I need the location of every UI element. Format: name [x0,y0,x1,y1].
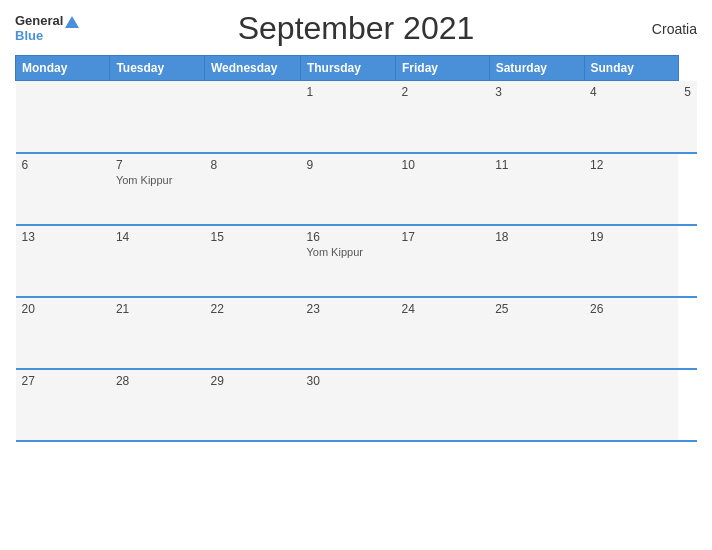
calendar-cell: 26 [584,297,678,369]
header-monday: Monday [16,56,110,81]
day-number: 19 [590,230,672,244]
day-number: 20 [22,302,104,316]
header-thursday: Thursday [300,56,395,81]
day-number: 11 [495,158,578,172]
calendar-cell: 28 [110,369,205,441]
calendar-cell: 19 [584,225,678,297]
calendar-cell: 22 [204,297,300,369]
calendar-cell: 18 [489,225,584,297]
day-number: 15 [210,230,294,244]
calendar-cell: 7Yom Kippur [110,153,205,225]
logo-general-text: General [15,14,79,28]
day-number: 27 [22,374,104,388]
calendar-cell: 1 [300,81,395,153]
calendar-week-row: 67Yom Kippur89101112 [16,153,698,225]
calendar-cell [584,369,678,441]
calendar-cell: 2 [396,81,490,153]
calendar-cell: 20 [16,297,110,369]
logo-triangle-icon [65,16,79,28]
calendar-week-row: 12345 [16,81,698,153]
calendar-cell: 9 [300,153,395,225]
calendar-header: General Blue September 2021 Croatia [15,10,697,47]
calendar-body: 1234567Yom Kippur8910111213141516Yom Kip… [16,81,698,441]
calendar-cell: 8 [204,153,300,225]
day-number: 25 [495,302,578,316]
event-label: Yom Kippur [116,174,199,186]
header-tuesday: Tuesday [110,56,205,81]
calendar-grid: Monday Tuesday Wednesday Thursday Friday… [15,55,697,442]
day-number: 22 [210,302,294,316]
day-number: 30 [306,374,389,388]
calendar-header-row: Monday Tuesday Wednesday Thursday Friday… [16,56,698,81]
day-number: 18 [495,230,578,244]
header-wednesday: Wednesday [204,56,300,81]
header-friday: Friday [396,56,490,81]
logo: General Blue [15,14,105,43]
weekday-header-row: Monday Tuesday Wednesday Thursday Friday… [16,56,698,81]
day-number: 16 [306,230,389,244]
day-number: 28 [116,374,199,388]
calendar-cell [204,81,300,153]
calendar-cell: 15 [204,225,300,297]
calendar-cell: 21 [110,297,205,369]
day-number: 21 [116,302,199,316]
calendar-cell: 5 [678,81,697,153]
calendar-cell: 30 [300,369,395,441]
day-number: 7 [116,158,199,172]
calendar-cell: 24 [396,297,490,369]
calendar-cell [489,369,584,441]
calendar-title: September 2021 [105,10,607,47]
calendar-cell: 25 [489,297,584,369]
calendar-cell: 4 [584,81,678,153]
calendar-cell: 29 [204,369,300,441]
calendar-cell [396,369,490,441]
day-number: 24 [402,302,484,316]
calendar-cell [16,81,110,153]
header-saturday: Saturday [489,56,584,81]
day-number: 12 [590,158,672,172]
calendar-week-row: 13141516Yom Kippur171819 [16,225,698,297]
day-number: 14 [116,230,199,244]
day-number: 10 [402,158,484,172]
calendar-cell: 17 [396,225,490,297]
calendar-week-row: 20212223242526 [16,297,698,369]
day-number: 2 [402,85,484,99]
logo-blue-text: Blue [15,29,43,43]
day-number: 4 [590,85,672,99]
calendar-cell: 12 [584,153,678,225]
calendar-cell: 27 [16,369,110,441]
day-number: 17 [402,230,484,244]
calendar-cell: 13 [16,225,110,297]
day-number: 29 [210,374,294,388]
day-number: 8 [210,158,294,172]
calendar-cell: 3 [489,81,584,153]
calendar-cell: 23 [300,297,395,369]
calendar-week-row: 27282930 [16,369,698,441]
header-sunday: Sunday [584,56,678,81]
day-number: 6 [22,158,104,172]
calendar-container: General Blue September 2021 Croatia Mond… [0,0,712,550]
calendar-cell: 11 [489,153,584,225]
calendar-cell: 10 [396,153,490,225]
day-number: 3 [495,85,578,99]
calendar-cell: 16Yom Kippur [300,225,395,297]
calendar-cell: 6 [16,153,110,225]
day-number: 5 [684,85,691,99]
day-number: 1 [306,85,389,99]
calendar-cell [110,81,205,153]
day-number: 13 [22,230,104,244]
event-label: Yom Kippur [306,246,389,258]
day-number: 23 [306,302,389,316]
country-label: Croatia [607,21,697,37]
day-number: 9 [306,158,389,172]
day-number: 26 [590,302,672,316]
calendar-cell: 14 [110,225,205,297]
